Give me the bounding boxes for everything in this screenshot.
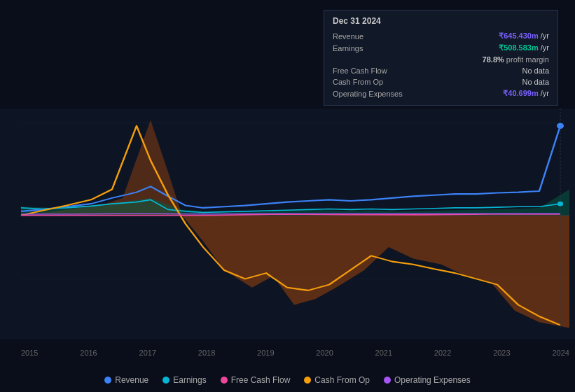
earnings-label: Earnings <box>173 375 206 385</box>
tooltip-panel: Dec 31 2024 Revenue ₹645.430m /yr Earnin… <box>324 10 558 106</box>
tooltip-opex-value: ₹40.699m /yr <box>503 89 549 98</box>
chart-svg <box>0 108 575 340</box>
x-label-2021: 2021 <box>375 349 392 357</box>
tooltip-date: Dec 31 2024 <box>333 16 549 26</box>
x-label-2023: 2023 <box>493 349 510 357</box>
tooltip-revenue-label: Revenue <box>333 32 417 41</box>
opex-label: Operating Expenses <box>394 375 471 385</box>
x-label-2020: 2020 <box>316 349 333 357</box>
tooltip-cfo-value: No data <box>522 78 549 86</box>
cfo-dot <box>304 377 311 384</box>
chart-legend: Revenue Earnings Free Cash Flow Cash Fro… <box>0 375 575 385</box>
legend-fcf[interactable]: Free Cash Flow <box>221 375 291 385</box>
x-label-2022: 2022 <box>434 349 451 357</box>
tooltip-opex-row: Operating Expenses ₹40.699m /yr <box>333 88 549 99</box>
tooltip-earnings-value: ₹508.583m /yr <box>499 43 549 52</box>
opex-dot <box>384 377 391 384</box>
x-label-2017: 2017 <box>139 349 156 357</box>
cfo-label: Cash From Op <box>314 375 370 385</box>
x-label-2018: 2018 <box>198 349 215 357</box>
tooltip-margin-value: 78.8% profit margin <box>483 55 549 64</box>
x-label-2015: 2015 <box>21 349 38 357</box>
tooltip-fcf-row: Free Cash Flow No data <box>333 65 549 76</box>
x-label-2024: 2024 <box>552 349 569 357</box>
revenue-dot <box>104 377 111 384</box>
svg-point-7 <box>557 123 564 129</box>
tooltip-cfo-label: Cash From Op <box>333 78 417 86</box>
fcf-label: Free Cash Flow <box>231 375 291 385</box>
tooltip-fcf-label: Free Cash Flow <box>333 66 417 75</box>
x-axis: 2015 2016 2017 2018 2019 2020 2021 2022 … <box>21 349 569 357</box>
fcf-dot <box>221 377 228 384</box>
tooltip-opex-label: Operating Expenses <box>333 90 417 98</box>
legend-revenue[interactable]: Revenue <box>104 375 148 385</box>
revenue-label: Revenue <box>115 375 148 385</box>
tooltip-revenue-row: Revenue ₹645.430m /yr <box>333 30 549 42</box>
legend-earnings[interactable]: Earnings <box>162 375 206 385</box>
tooltip-revenue-value: ₹645.430m /yr <box>499 31 549 41</box>
svg-point-8 <box>557 202 563 206</box>
legend-cfo[interactable]: Cash From Op <box>304 375 370 385</box>
tooltip-fcf-value: No data <box>522 66 549 75</box>
tooltip-earnings-row: Earnings ₹508.583m /yr <box>333 42 549 54</box>
earnings-dot <box>162 377 169 384</box>
legend-opex[interactable]: Operating Expenses <box>384 375 471 385</box>
x-label-2016: 2016 <box>80 349 97 357</box>
tooltip-cfo-row: Cash From Op No data <box>333 76 549 88</box>
tooltip-margin-row: 78.8% profit margin <box>333 54 549 65</box>
x-label-2019: 2019 <box>257 349 274 357</box>
tooltip-earnings-label: Earnings <box>333 44 417 52</box>
